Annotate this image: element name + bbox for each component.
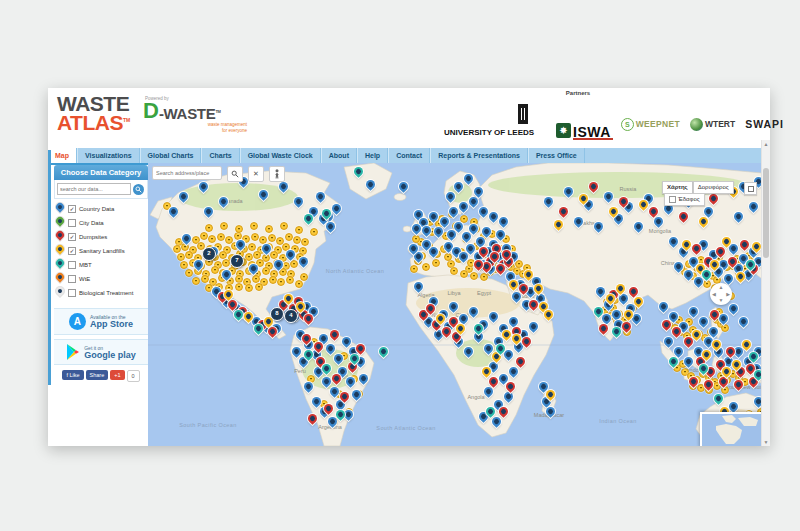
tab-contact[interactable]: Contact [388, 148, 430, 163]
terrain-checkbox[interactable] [669, 196, 676, 203]
scroll-up-arrow[interactable]: ▲ [762, 140, 770, 148]
appstore-badge[interactable]: A Available on theApp Store [54, 308, 148, 335]
map-dot-marker[interactable] [200, 232, 208, 240]
waste-atlas-logo[interactable]: WASTE ATLASTM [57, 94, 130, 133]
map-dot-marker[interactable] [255, 283, 263, 291]
scrollbar-thumb[interactable] [763, 168, 769, 258]
sidebar-search-button[interactable] [133, 184, 144, 195]
map-search-input[interactable] [152, 166, 222, 180]
map-dot-marker[interactable] [412, 235, 420, 243]
facebook-share-button[interactable]: Share [86, 370, 109, 380]
map-dot-marker[interactable] [262, 267, 270, 275]
map-dot-marker[interactable] [432, 259, 440, 267]
tab-map[interactable]: Map [48, 148, 77, 163]
map-dot-marker[interactable] [293, 236, 301, 244]
map-dot-marker[interactable] [251, 233, 259, 241]
map-dot-marker[interactable] [301, 238, 309, 246]
gplus-one-button[interactable]: +1 [110, 370, 124, 380]
map-cluster-marker[interactable]: 2 [202, 247, 216, 261]
map-dot-marker[interactable] [422, 263, 430, 271]
map-dot-marker[interactable] [208, 235, 216, 243]
category-checkbox[interactable] [68, 289, 76, 297]
map-dot-marker[interactable] [180, 261, 188, 269]
map-dot-marker[interactable] [290, 260, 298, 268]
map-dot-marker[interactable] [295, 226, 303, 234]
scroll-down-arrow[interactable]: ▼ [762, 438, 770, 446]
sidebar-search-input[interactable] [57, 183, 131, 195]
map-dot-marker[interactable] [185, 269, 193, 277]
map-dot-marker[interactable] [480, 273, 488, 281]
partner-university-of-leeds[interactable]: UNIVERSITY OF LEEDS [444, 104, 546, 138]
tab-press-office[interactable]: Press Office [528, 148, 585, 163]
map-dot-marker[interactable] [220, 222, 228, 230]
map-clear-button[interactable]: ✕ [248, 166, 264, 182]
browser-scrollbar[interactable]: ▲ ▼ [761, 140, 770, 446]
map-dot-marker[interactable] [286, 276, 294, 284]
map-dot-marker[interactable] [277, 278, 285, 286]
tab-global-charts[interactable]: Global Charts [140, 148, 202, 163]
pan-control[interactable]: ▲ ▼ ◀ ▶ [710, 283, 732, 305]
category-country-data[interactable]: ✓Country Data [56, 202, 148, 216]
map-dot-marker[interactable] [222, 259, 230, 267]
map-dot-marker[interactable] [444, 253, 452, 261]
map-dot-marker[interactable] [268, 234, 276, 242]
map-dot-marker[interactable] [460, 270, 468, 278]
partner-sweepnet[interactable]: S WEEPNET [621, 110, 680, 138]
map-dot-marker[interactable] [219, 251, 227, 259]
partner-wtert[interactable]: WTERT [690, 110, 735, 138]
map-dot-marker[interactable] [265, 225, 273, 233]
map-dot-marker[interactable] [235, 283, 243, 291]
map-cluster-marker[interactable]: 8 [270, 307, 284, 321]
category-checkbox[interactable]: ✓ [68, 205, 76, 213]
category-sanitary-landfills[interactable]: ✓Sanitary Landfills [56, 244, 148, 258]
map-dot-marker[interactable] [185, 251, 193, 259]
overview-inset-map[interactable] [700, 412, 762, 446]
fullscreen-button[interactable] [744, 182, 757, 195]
map-dot-marker[interactable] [205, 224, 213, 232]
category-mbt[interactable]: MBT [56, 258, 148, 272]
tab-global-waste-clock[interactable]: Global Waste Clock [240, 148, 321, 163]
partner-swapi[interactable]: SWAPI [745, 110, 784, 138]
map-dot-marker[interactable] [295, 280, 303, 288]
map-dot-marker[interactable] [279, 268, 287, 276]
map-dot-marker[interactable] [310, 228, 318, 236]
category-city-data[interactable]: City Data [56, 216, 148, 230]
tab-reports-presentations[interactable]: Reports & Presentations [430, 148, 528, 163]
map-dot-marker[interactable] [285, 233, 293, 241]
map-dot-marker[interactable] [192, 277, 200, 285]
tab-visualizations[interactable]: Visualizations [77, 148, 140, 163]
tab-charts[interactable]: Charts [201, 148, 239, 163]
map-dot-marker[interactable] [235, 275, 243, 283]
tab-about[interactable]: About [321, 148, 357, 163]
map-dot-marker[interactable] [703, 280, 711, 288]
map-dot-marker[interactable] [450, 267, 458, 275]
map-dot-marker[interactable] [470, 272, 478, 280]
tab-help[interactable]: Help [357, 148, 388, 163]
map-dot-marker[interactable] [177, 253, 185, 261]
partner-iswa[interactable]: ✸ ISWA [556, 108, 611, 138]
map-dot-marker[interactable] [460, 215, 468, 223]
category-biological-treatment[interactable]: Biological Treatment [56, 286, 148, 300]
map-dot-marker[interactable] [269, 276, 277, 284]
map-dot-marker[interactable] [217, 233, 225, 241]
map-dot-marker[interactable] [235, 225, 243, 233]
map-dot-marker[interactable] [515, 260, 523, 268]
dwaste-logo[interactable]: Powered by D -WASTETM waste managementfo… [143, 96, 263, 133]
map-dot-marker[interactable] [245, 284, 253, 292]
map-dot-marker[interactable] [721, 324, 729, 332]
googleplay-badge[interactable]: Get it onGoogle play [54, 339, 148, 365]
map-dot-marker[interactable] [252, 275, 260, 283]
map-dot-marker[interactable] [280, 222, 288, 230]
category-dumpsites[interactable]: ✓Dumpsites [56, 230, 148, 244]
map-dot-marker[interactable] [201, 275, 209, 283]
category-wte[interactable]: WtE [56, 272, 148, 286]
category-checkbox[interactable] [68, 261, 76, 269]
map-dot-marker[interactable] [300, 273, 308, 281]
map-cluster-marker[interactable]: 7 [230, 254, 244, 268]
category-checkbox[interactable] [68, 219, 76, 227]
category-checkbox[interactable]: ✓ [68, 233, 76, 241]
map-cluster-marker[interactable]: 4 [284, 309, 298, 323]
map-dot-marker[interactable] [248, 243, 256, 251]
map-dot-marker[interactable] [211, 266, 219, 274]
map-search-button[interactable] [227, 166, 243, 182]
